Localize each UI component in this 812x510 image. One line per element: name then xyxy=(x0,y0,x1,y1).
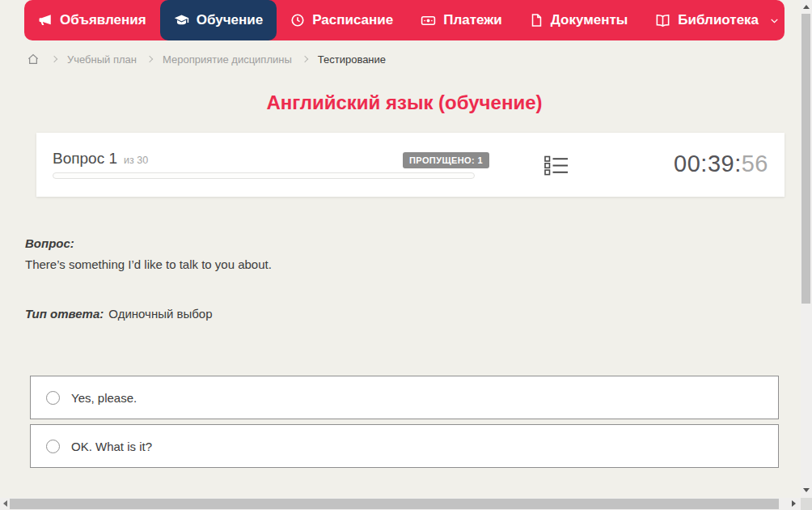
nav-item-announcements[interactable]: Объявления xyxy=(24,0,160,40)
breadcrumb: Учебный план Мероприятие дисциплины Тест… xyxy=(27,51,389,67)
nav-label: Обучение xyxy=(197,12,263,28)
radio-button[interactable] xyxy=(46,391,60,405)
answer-option-1[interactable]: Yes, please. xyxy=(30,376,779,419)
graduation-cap-icon xyxy=(174,13,189,28)
answer-type-row: Тип ответа:Одиночный выбор xyxy=(25,307,213,321)
banknote-icon xyxy=(421,13,436,28)
vertical-scrollbar[interactable] xyxy=(801,0,812,498)
scroll-left-arrow-icon[interactable] xyxy=(3,500,7,507)
skipped-badge: ПРОПУЩЕНО: 1 xyxy=(403,152,489,168)
radio-button[interactable] xyxy=(46,440,60,453)
question-number-label: Вопрос 1 xyxy=(53,150,117,168)
answer-option-label: OK. What is it? xyxy=(71,440,152,453)
megaphone-icon xyxy=(38,13,53,28)
progress-bar xyxy=(53,172,475,179)
breadcrumb-item-testing: Тестирование xyxy=(315,53,389,66)
nav-item-payments[interactable]: Платежи xyxy=(407,0,516,40)
nav-item-library[interactable]: Библиотека xyxy=(641,0,793,40)
book-icon xyxy=(655,13,670,28)
scroll-right-arrow-icon[interactable] xyxy=(792,500,796,507)
main-navbar: Объявления Обучение Расписание Платежи Д… xyxy=(24,0,785,40)
nav-item-schedule[interactable]: Расписание xyxy=(277,0,407,40)
question-number: Вопрос 1 из 30 xyxy=(53,150,148,168)
horizontal-scrollbar-thumb[interactable] xyxy=(10,499,779,509)
page-title: Английский язык (обучение) xyxy=(0,91,809,114)
chevron-right-icon xyxy=(302,56,308,62)
home-icon[interactable] xyxy=(27,53,40,66)
nav-label: Платежи xyxy=(443,12,502,28)
question-header-card: Вопрос 1 из 30 ПРОПУЩЕНО: 1 00:39:56 xyxy=(36,133,785,197)
nav-label: Библиотека xyxy=(678,12,759,28)
question-text: There’s something I’d like to talk to yo… xyxy=(25,257,272,271)
question-total-label: из 30 xyxy=(124,155,148,166)
question-label: Вопрос: xyxy=(25,236,74,250)
nav-item-learning[interactable]: Обучение xyxy=(160,0,277,40)
answer-option-2[interactable]: OK. What is it? xyxy=(30,424,779,468)
scrollbar-corner xyxy=(801,498,812,510)
clock-icon xyxy=(290,13,305,28)
nav-label: Документы xyxy=(551,12,628,28)
nav-label: Объявления xyxy=(60,12,146,28)
vertical-scrollbar-thumb[interactable] xyxy=(801,14,810,304)
document-icon xyxy=(530,13,543,28)
chevron-right-icon xyxy=(146,56,153,62)
nav-item-documents[interactable]: Документы xyxy=(516,0,642,40)
timer: 00:39:56 xyxy=(674,151,768,177)
timer-seconds: 56 xyxy=(742,151,768,176)
breadcrumb-item-discipline-event[interactable]: Мероприятие дисциплины xyxy=(159,53,295,66)
chevron-down-icon xyxy=(769,15,780,26)
horizontal-scrollbar[interactable] xyxy=(0,498,801,510)
question-list-icon[interactable] xyxy=(544,155,568,179)
chevron-right-icon xyxy=(51,56,57,62)
nav-label: Расписание xyxy=(312,12,393,28)
answer-option-label: Yes, please. xyxy=(71,391,137,405)
answer-type-label: Тип ответа: xyxy=(25,307,104,321)
timer-hours-minutes: 00:39: xyxy=(674,151,742,176)
answer-options: Yes, please. OK. What is it? xyxy=(30,376,779,473)
breadcrumb-item-curriculum[interactable]: Учебный план xyxy=(64,53,140,66)
scroll-up-arrow-icon[interactable] xyxy=(803,5,810,9)
scroll-down-arrow-icon[interactable] xyxy=(803,488,810,492)
answer-type-value: Одиночный выбор xyxy=(108,307,212,321)
